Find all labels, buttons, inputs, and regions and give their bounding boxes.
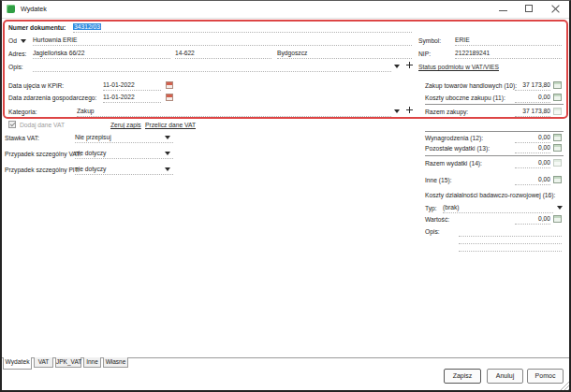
inne-label: Inne (15):: [425, 176, 452, 184]
przypadek-vat-select[interactable]: nie dotyczy: [75, 149, 173, 159]
anuluj-button[interactable]: Anuluj: [487, 369, 523, 384]
opis-plus-icon[interactable]: [406, 62, 413, 68]
maximize-icon[interactable]: [517, 0, 542, 18]
data-kpir-field[interactable]: 11-01-2022: [103, 80, 161, 91]
close-icon[interactable]: [543, 0, 568, 18]
od-label: Od: [8, 36, 17, 45]
calculator-icon: [553, 159, 562, 167]
tab-vat[interactable]: VAT: [34, 357, 53, 368]
pozostale-wydatki-label: Pozostałe wydatki (13):: [425, 144, 490, 152]
przypadek-vat-label: Przypadek szczególny VAT:: [5, 150, 81, 158]
wartosc-label: Wartość:: [425, 215, 449, 224]
kategoria-label: Kategoria:: [8, 108, 37, 116]
razem-zakupy-field[interactable]: 37 173,80: [515, 107, 550, 117]
stawka-vat-label: Stawka VAT:: [5, 134, 39, 142]
opis-field[interactable]: [33, 62, 391, 72]
data-zdarzenia-label: Data zdarzenia gospodarczego:: [8, 94, 96, 102]
data-zdarzenia-field[interactable]: 11-01-2022: [103, 93, 161, 103]
calculator-icon[interactable]: [553, 94, 562, 101]
nip-field[interactable]: 2122189241: [455, 49, 562, 59]
expenses-top-separator: [425, 131, 564, 132]
tab-jpk-vat[interactable]: JPK_VAT: [55, 357, 81, 368]
wynagrodzenia-field[interactable]: 0,00: [515, 133, 550, 143]
dropdown-arrow-icon[interactable]: [165, 152, 170, 155]
zeruj-zapis-link[interactable]: Zeruj zapis: [110, 121, 141, 129]
koszty-br-header: Koszty działalności badawczo-rozwojowej …: [425, 191, 555, 199]
kategoria-dropdown-arrow-icon[interactable]: [394, 109, 400, 113]
expenses-opis-line[interactable]: [459, 241, 562, 252]
typ-dropdown-arrow-icon[interactable]: [557, 206, 563, 210]
postal-code-field[interactable]: 14-622: [175, 49, 271, 59]
symbol-label: Symbol:: [418, 36, 441, 45]
numer-dokumentu-label: Numer dokumentu:: [8, 23, 66, 32]
od-dropdown-arrow-icon[interactable]: [21, 39, 26, 43]
calculator-icon[interactable]: [553, 176, 562, 183]
przypadek-pit-select[interactable]: nie dotyczy: [75, 165, 173, 175]
status-vat-vies-link[interactable]: Status podmiotu w VAT/VIES: [418, 63, 499, 71]
zakup-towarow-label: Zakup towarów handlowych (10):: [425, 81, 517, 90]
wartosc-field[interactable]: 0,00: [515, 214, 550, 225]
zakup-towarow-field[interactable]: 37 173,80: [515, 80, 550, 91]
dodaj-dane-vat-checkbox[interactable]: [8, 121, 16, 128]
wynagrodzenia-label: Wynagrodzenia (12):: [425, 134, 483, 142]
zapisz-button[interactable]: Zapisz: [444, 369, 481, 384]
przypadek-pit-label: Przypadek szczególny PIT:: [5, 166, 80, 174]
koszty-uboczne-label: Koszty uboczne zakupu (11):: [425, 94, 505, 102]
razem-wydatki-label: Razem wydatki (14):: [425, 159, 482, 167]
kategoria-field[interactable]: Zakup: [77, 107, 391, 117]
dropdown-arrow-icon[interactable]: [165, 167, 170, 171]
expenses-separator: [425, 155, 564, 156]
expenses-opis-label: Opis:: [425, 227, 440, 236]
dropdown-arrow-icon[interactable]: [165, 136, 170, 139]
tab-wydatek[interactable]: Wydatek: [3, 357, 32, 370]
minimize-icon[interactable]: [490, 0, 516, 18]
opis-dropdown-arrow-icon[interactable]: [394, 65, 400, 68]
street-field[interactable]: Jagiellońska 66/22: [33, 49, 170, 59]
selected-text: 34312/03: [73, 23, 101, 30]
pomoc-button[interactable]: Pomoc: [527, 369, 564, 384]
pozostale-wydatki-field[interactable]: 0,00: [515, 143, 550, 153]
calculator-icon[interactable]: [553, 144, 562, 152]
app-icon: [7, 5, 15, 13]
calendar-icon[interactable]: [166, 81, 173, 89]
razem-wydatki-field[interactable]: 0,00: [515, 158, 550, 168]
przelicz-dane-vat-link[interactable]: Przelicz dane VAT: [145, 121, 196, 129]
adres-label: Adres:: [8, 50, 26, 58]
opis-label: Opis:: [8, 63, 23, 71]
purchases-separator: [425, 104, 564, 105]
tab-wlasne[interactable]: Własne: [103, 357, 128, 368]
stawka-vat-select[interactable]: Nie przepisuj: [75, 133, 173, 143]
razem-zakupy-label: Razem zakupy:: [425, 108, 468, 116]
window-title: Wydatek: [21, 5, 47, 13]
calculator-icon: [553, 108, 562, 115]
typ-select[interactable]: (brak): [443, 203, 553, 213]
city-field[interactable]: Bydgoszcz: [277, 49, 412, 59]
kategoria-plus-icon[interactable]: [406, 107, 413, 113]
data-kpir-label: Data ujęcia w KPiR:: [8, 81, 64, 90]
od-field[interactable]: Hurtownia ERIE: [33, 36, 412, 46]
wydatek-dialog: Wydatek Numer dokumentu: 34312/03 Od Hur…: [0, 0, 571, 392]
nip-label: NIP:: [418, 50, 431, 58]
tab-inne[interactable]: Inne: [83, 357, 101, 368]
title-bar[interactable]: Wydatek: [0, 0, 571, 19]
numer-dokumentu-field[interactable]: 34312/03: [73, 22, 412, 33]
dodaj-dane-vat-label: Dodaj dane VAT: [20, 121, 65, 129]
calculator-icon[interactable]: [553, 215, 562, 223]
koszty-uboczne-field[interactable]: 0,00: [515, 93, 550, 103]
calendar-icon[interactable]: [166, 94, 173, 101]
symbol-field[interactable]: ERIE: [455, 36, 562, 46]
calculator-icon[interactable]: [553, 81, 562, 89]
typ-label: Typ:: [425, 204, 437, 212]
inne-field[interactable]: 0,00: [515, 175, 550, 185]
calculator-icon[interactable]: [553, 134, 562, 141]
